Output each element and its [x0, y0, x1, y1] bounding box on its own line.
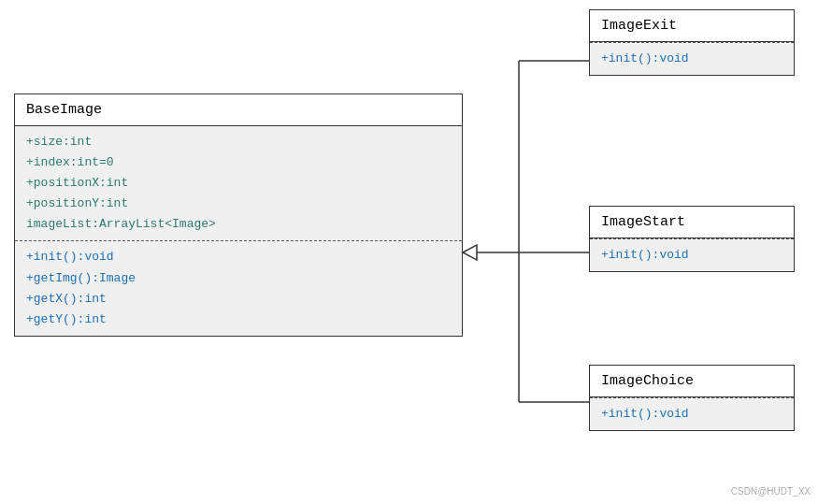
image-choice-methods: +init():void: [590, 397, 794, 430]
attr-imagelist: imageList:ArrayList<Image>: [26, 214, 451, 235]
image-choice-init: +init():void: [601, 404, 782, 425]
attr-positiony: +positionY:int: [26, 194, 451, 214]
image-exit-init: +init():void: [601, 49, 782, 69]
image-choice-class: ImageChoice +init():void: [589, 365, 795, 431]
diagram-container: BaseImage +size:int +index:int=0 +positi…: [0, 0, 818, 504]
method-getx: +getX():int: [26, 289, 451, 310]
method-init: +init():void: [26, 247, 451, 267]
image-start-init: +init():void: [601, 245, 782, 266]
image-start-methods: +init():void: [590, 238, 794, 271]
base-image-class: BaseImage +size:int +index:int=0 +positi…: [14, 94, 463, 337]
method-gety: +getY():int: [26, 310, 451, 330]
image-start-name: ImageStart: [590, 207, 794, 238]
method-getimg: +getImg():Image: [26, 268, 451, 289]
watermark: CSDN@HUDT_XX: [731, 486, 811, 497]
base-image-methods: +init():void +getImg():Image +getX():int…: [15, 241, 462, 335]
image-start-class: ImageStart +init():void: [589, 206, 795, 272]
base-image-attributes: +size:int +index:int=0 +positionX:int +p…: [15, 126, 462, 241]
attr-index: +index:int=0: [26, 152, 451, 173]
image-exit-name: ImageExit: [590, 10, 794, 42]
image-choice-name: ImageChoice: [590, 366, 794, 397]
image-exit-methods: +init():void: [590, 42, 794, 75]
svg-marker-6: [463, 245, 477, 260]
attr-size: +size:int: [26, 132, 451, 152]
base-image-name: BaseImage: [15, 94, 462, 126]
image-exit-class: ImageExit +init():void: [589, 9, 795, 76]
attr-positionx: +positionX:int: [26, 173, 451, 194]
